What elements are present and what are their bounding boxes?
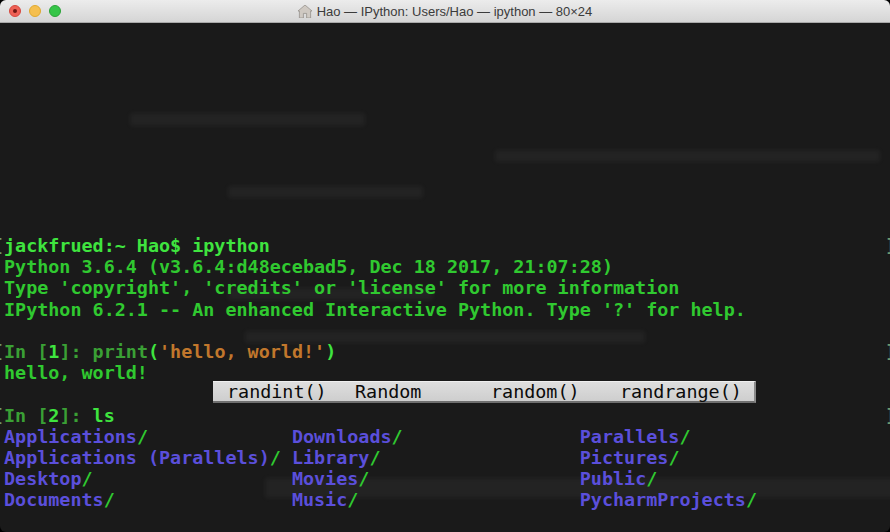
text-segment: 1 xyxy=(48,341,59,362)
terminal-line: Python 3.6.4 (v3.6.4:d48ecebad5, Dec 18 … xyxy=(0,256,890,277)
text-segment: / xyxy=(104,489,115,510)
text-segment: / xyxy=(668,447,679,468)
text-segment: 2 xyxy=(48,405,59,426)
prompt-mark-left: [ xyxy=(0,235,4,256)
text-segment: / xyxy=(392,426,403,447)
text-segment: Music xyxy=(292,489,347,510)
text-segment xyxy=(93,468,292,489)
text-segment: / xyxy=(137,426,148,447)
completion-item: Random xyxy=(355,382,421,402)
text-segment: jackfrued:~ Hao$ ipython xyxy=(4,235,270,256)
text-segment: / xyxy=(347,489,358,510)
text-segment: ) xyxy=(325,341,336,362)
prompt-mark-left: [ xyxy=(0,405,4,426)
text-segment: 'hello, world!' xyxy=(159,341,325,362)
terminal-line: []In [2]: ls xyxy=(0,405,890,426)
terminal-line: Desktop/ Movies/ Public/ xyxy=(0,468,890,489)
text-segment: Desktop xyxy=(4,468,82,489)
text-segment: Parallels xyxy=(580,426,680,447)
text-segment: Applications xyxy=(4,426,137,447)
text-segment: Library xyxy=(292,447,370,468)
text-segment: ls xyxy=(93,405,115,426)
terminal-screen[interactable]: []jackfrued:~ Hao$ ipythonPython 3.6.4 (… xyxy=(0,23,890,532)
terminal-line: []In [1]: print('hello, world!') xyxy=(0,341,890,362)
prompt-mark-right: ] xyxy=(885,405,890,426)
traffic-lights xyxy=(9,5,61,17)
terminal-window: Hao — IPython: Users/Hao — ipython — 80×… xyxy=(0,0,890,532)
terminal-line: Applications/ Downloads/ Parallels/ xyxy=(0,426,890,447)
text-segment: ]: xyxy=(59,405,92,426)
completion-item: randrange() xyxy=(620,382,742,402)
text-segment: In [ xyxy=(4,405,48,426)
prompt-mark-right: ] xyxy=(885,341,890,362)
background-bleed-artifact xyxy=(495,150,880,162)
background-bleed-artifact xyxy=(130,113,365,126)
zoom-button[interactable] xyxy=(49,5,61,17)
text-segment: / xyxy=(646,468,657,489)
text-segment: Applications (Parallels) xyxy=(4,447,270,468)
text-segment: Public xyxy=(580,468,646,489)
completion-item: randint() xyxy=(227,382,327,402)
text-segment: Python 3.6.4 (v3.6.4:d48ecebad5, Dec 18 … xyxy=(4,256,613,277)
prompt-mark-left: [ xyxy=(0,341,4,362)
terminal-line: Documents/ Music/ PycharmProjects/ xyxy=(0,489,890,510)
window-title-group: Hao — IPython: Users/Hao — ipython — 80×… xyxy=(298,4,593,19)
text-segment xyxy=(369,468,579,489)
terminal-line: Applications (Parallels)/ Library/ Pictu… xyxy=(0,447,890,468)
text-segment: ]: xyxy=(59,341,92,362)
title-bar[interactable]: Hao — IPython: Users/Hao — ipython — 80×… xyxy=(0,0,890,23)
background-bleed-artifact xyxy=(228,186,423,198)
home-icon xyxy=(298,5,312,18)
text-segment xyxy=(380,447,579,468)
text-segment: In [ xyxy=(4,341,48,362)
text-segment: Movies xyxy=(292,468,358,489)
close-button[interactable] xyxy=(9,5,21,17)
terminal-line xyxy=(0,510,890,531)
text-segment: / xyxy=(746,489,757,510)
text-segment: Pictures xyxy=(580,447,669,468)
text-segment: hello, world! xyxy=(4,362,148,383)
text-segment: ( xyxy=(148,341,159,362)
text-segment: Type 'copyright', 'credits' or 'license'… xyxy=(4,277,679,298)
text-segment xyxy=(115,489,292,510)
minimize-button[interactable] xyxy=(29,5,41,17)
window-title: Hao — IPython: Users/Hao — ipython — 80×… xyxy=(317,4,593,19)
completion-bar: randint()Randomrandom()randrange() xyxy=(213,381,756,403)
text-segment: / xyxy=(82,468,93,489)
terminal-line xyxy=(0,320,890,341)
terminal-line: IPython 6.2.1 -- An enhanced Interactive… xyxy=(0,299,890,320)
completion-item: random() xyxy=(491,382,580,402)
prompt-mark-right: ] xyxy=(885,235,890,256)
text-segment: Documents xyxy=(4,489,104,510)
text-segment: print xyxy=(93,341,148,362)
text-segment xyxy=(403,426,580,447)
text-segment: IPython 6.2.1 -- An enhanced Interactive… xyxy=(4,299,746,320)
text-segment: / xyxy=(358,468,369,489)
text-segment: Downloads xyxy=(292,426,392,447)
text-segment xyxy=(358,489,579,510)
text-segment xyxy=(148,426,292,447)
text-segment xyxy=(281,447,292,468)
terminal-line: Type 'copyright', 'credits' or 'license'… xyxy=(0,277,890,298)
terminal-line: []jackfrued:~ Hao$ ipython xyxy=(0,235,890,256)
text-segment: PycharmProjects xyxy=(580,489,746,510)
text-segment: / xyxy=(369,447,380,468)
text-segment: / xyxy=(270,447,281,468)
text-segment: / xyxy=(679,426,690,447)
